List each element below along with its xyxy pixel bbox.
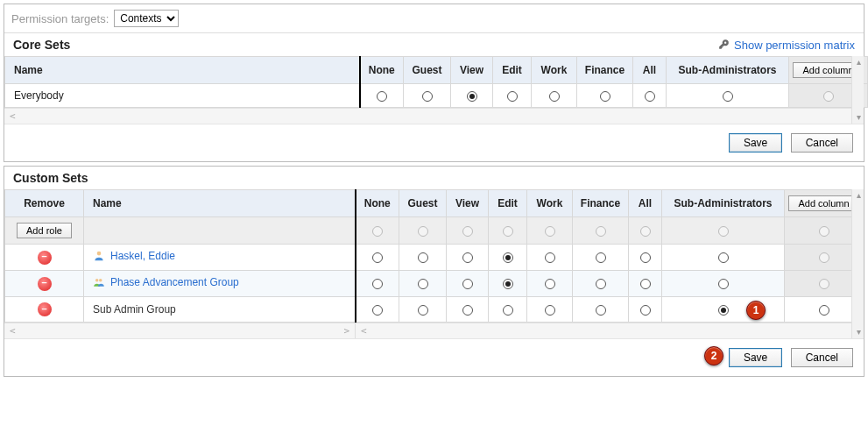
custom-scrollbar[interactable]: ▴ ▾	[851, 189, 864, 338]
custom-grid: ▴ ▾ Remove Name None Guest View Edit Wor…	[4, 189, 864, 338]
nav-left-icon: <	[10, 325, 16, 337]
radio-guest[interactable]	[422, 91, 433, 102]
radio-extra[interactable]	[819, 305, 829, 316]
column-header-name: Name	[5, 57, 360, 84]
permission-targets-label: Permission targets:	[11, 12, 109, 25]
entity-text: Sub Admin Group	[93, 303, 176, 316]
radio-view[interactable]	[462, 252, 473, 263]
nav-left-icon: <	[10, 110, 16, 122]
radio	[819, 226, 829, 237]
core-scrollbar[interactable]: ▴ ▾	[851, 56, 864, 124]
column-header-work: Work	[527, 190, 573, 217]
radio-work[interactable]	[545, 279, 555, 289]
permission-targets-bar: Permission targets: Contexts	[4, 4, 864, 33]
radio-view[interactable]	[462, 279, 473, 289]
column-header-all: All	[633, 57, 667, 84]
custom-cancel-button[interactable]: Cancel	[791, 348, 853, 367]
column-header-finance: Finance	[573, 190, 629, 217]
radio-work[interactable]	[545, 305, 555, 316]
radio-finance[interactable]	[596, 252, 606, 263]
radio-extra	[823, 91, 834, 102]
radio-none[interactable]	[372, 305, 383, 316]
column-header-view: View	[447, 190, 489, 217]
radio-sub[interactable]	[718, 279, 729, 289]
radio	[718, 226, 729, 237]
radio-work[interactable]	[545, 252, 555, 263]
add-role-button[interactable]: Add role	[17, 223, 72, 238]
radio-edit[interactable]	[507, 91, 518, 102]
entity-link[interactable]: Haskel, Eddie	[93, 250, 175, 262]
radio-none[interactable]	[377, 91, 387, 102]
radio-sub[interactable]	[718, 252, 729, 263]
core-save-button[interactable]: Save	[729, 133, 782, 153]
radio-work[interactable]	[549, 91, 560, 102]
nav-right-icon: >	[343, 325, 349, 337]
remove-icon[interactable]	[38, 302, 52, 316]
add-role-row: Add role	[5, 217, 864, 245]
radio-all[interactable]	[640, 252, 651, 263]
core-cancel-button[interactable]: Cancel	[791, 133, 853, 153]
radio	[545, 226, 555, 237]
core-row-everybody: Everybody	[5, 84, 868, 108]
callout-badge-2: 2	[704, 346, 723, 365]
radio-guest[interactable]	[418, 252, 428, 263]
radio-finance[interactable]	[600, 91, 610, 102]
core-sets-title: Core Sets	[13, 38, 70, 52]
custom-horizontal-nav[interactable]: < > < >	[4, 323, 864, 338]
column-header-guest: Guest	[399, 190, 447, 217]
custom-row: Haskel, Eddie	[5, 245, 864, 271]
user-icon	[93, 250, 105, 262]
show-permission-matrix-link[interactable]: Show permission matrix	[718, 39, 855, 52]
custom-row: Phase Advancement Group	[5, 271, 864, 297]
radio-sub[interactable]	[723, 91, 733, 102]
remove-icon[interactable]	[38, 277, 52, 291]
radio-view[interactable]	[462, 305, 473, 316]
column-header-edit: Edit	[493, 57, 532, 84]
svg-point-1	[95, 279, 99, 282]
entity-link[interactable]: Phase Advancement Group	[93, 276, 239, 288]
radio-edit[interactable]	[503, 252, 513, 263]
radio	[640, 226, 651, 237]
column-header-none: None	[356, 190, 399, 217]
column-header-sub: Sub-Administrators	[667, 57, 789, 84]
permission-targets-select[interactable]: Contexts	[114, 10, 179, 27]
radio-finance[interactable]	[596, 279, 606, 289]
column-header-sub: Sub-Administrators	[662, 190, 785, 217]
key-icon	[718, 39, 730, 51]
radio-guest[interactable]	[418, 279, 428, 289]
custom-button-row: 2 Save Cancel	[4, 338, 864, 376]
radio	[372, 226, 383, 237]
radio	[462, 226, 473, 237]
core-horizontal-nav[interactable]: < >	[4, 108, 864, 124]
radio-edit[interactable]	[503, 305, 513, 316]
column-header-remove: Remove	[5, 190, 84, 217]
radio-guest[interactable]	[418, 305, 428, 316]
radio-none[interactable]	[372, 252, 383, 263]
custom-sets-title: Custom Sets	[13, 171, 88, 185]
core-grid: ▴ ▾ Name None Guest View Edit Work Finan…	[4, 56, 864, 124]
column-header-all: All	[629, 190, 662, 217]
radio-extra	[819, 279, 829, 289]
column-header-name: Name	[84, 190, 356, 217]
add-column-button[interactable]: Add column	[788, 195, 858, 211]
radio-finance[interactable]	[596, 305, 606, 316]
column-header-guest: Guest	[404, 57, 451, 84]
nav-left-icon: <	[361, 325, 367, 337]
radio-sub[interactable]	[718, 305, 729, 316]
radio-all[interactable]	[645, 91, 655, 102]
radio	[596, 226, 606, 237]
radio	[418, 226, 428, 237]
scroll-up-icon: ▴	[854, 58, 863, 67]
callout-badge-1: 1	[746, 301, 766, 320]
scroll-down-icon: ▾	[854, 113, 863, 122]
remove-icon[interactable]	[38, 251, 52, 265]
radio-none[interactable]	[372, 279, 383, 289]
radio-all[interactable]	[640, 305, 651, 316]
svg-point-2	[99, 279, 102, 282]
radio-view[interactable]	[467, 91, 477, 102]
radio-all[interactable]	[640, 279, 651, 289]
custom-sets-header: Custom Sets	[4, 167, 864, 189]
custom-save-button[interactable]: Save	[729, 348, 782, 367]
scroll-up-icon: ▴	[854, 191, 863, 200]
radio-edit[interactable]	[503, 279, 513, 289]
